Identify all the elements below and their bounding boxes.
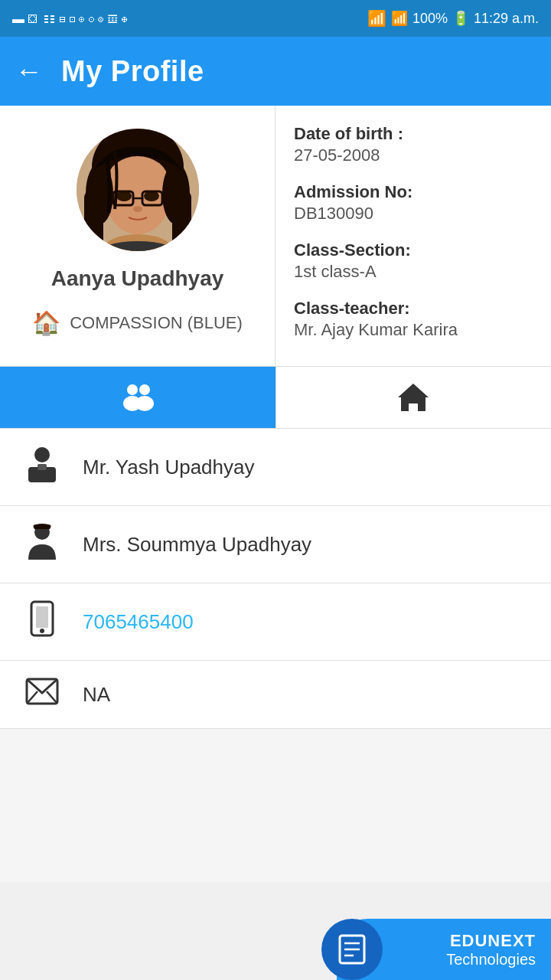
svg-rect-6	[84, 190, 103, 251]
profile-left: Aanya Upadhyay 🏠 COMPASSION (BLUE)	[0, 106, 276, 366]
email-value: NA	[83, 683, 110, 707]
tab-family[interactable]	[0, 367, 276, 428]
admission-section: Admission No: DB130090	[294, 182, 533, 231]
house-icon: 🏠	[32, 309, 60, 336]
svg-line-30	[27, 691, 37, 704]
svg-point-28	[40, 629, 44, 633]
profile-right: Date of birth : 27-05-2008 Admission No:…	[276, 106, 551, 366]
admission-value: DB130090	[294, 204, 533, 224]
contact-list: Mr. Yash Upadhyay Mrs. Soummya Upadhyay …	[0, 429, 551, 729]
status-icons-right: 📶 📶 100% 🔋 11:29 a.m.	[367, 9, 539, 28]
svg-rect-27	[36, 606, 48, 628]
house-label: COMPASSION (BLUE)	[70, 313, 243, 333]
list-item-email: NA	[0, 661, 551, 729]
status-icons-left: ▬ ⛋ ☷ ⊟ ⊡ ⊛ ⊙ ⊗ 𝌞 ⊕	[12, 11, 127, 26]
father-icon	[23, 446, 61, 488]
mother-icon	[23, 523, 61, 566]
phone-icon	[23, 600, 61, 643]
father-name: Mr. Yash Upadhyay	[83, 456, 255, 479]
status-bar: ▬ ⛋ ☷ ⊟ ⊡ ⊛ ⊙ ⊗ 𝌞 ⊕ 📶 📶 100% 🔋 11:29 a.m…	[0, 0, 551, 37]
tabs	[0, 367, 551, 429]
brand-icon	[321, 919, 383, 980]
battery-icon: 🔋	[452, 10, 469, 27]
student-name: Aanya Upadhyay	[51, 266, 224, 291]
time-label: 11:29 a.m.	[474, 11, 539, 27]
list-item-phone: 7065465400	[0, 583, 551, 661]
svg-point-21	[135, 396, 154, 411]
empty-space	[0, 729, 551, 882]
svg-point-20	[139, 384, 150, 395]
list-item-father: Mr. Yash Upadhyay	[0, 429, 551, 506]
svg-line-31	[47, 691, 57, 704]
dob-label: Date of birth :	[294, 124, 533, 144]
back-button[interactable]: ←	[15, 55, 43, 87]
mother-name: Mrs. Soummya Upadhyay	[83, 533, 311, 557]
class-label: Class-Section:	[294, 240, 533, 260]
class-section: Class-Section: 1st class-A	[294, 240, 533, 289]
svg-point-15	[133, 206, 142, 212]
phone-number: 7065465400	[83, 610, 194, 634]
list-item-mother: Mrs. Soummya Upadhyay	[0, 506, 551, 583]
teacher-label: Class-teacher:	[294, 299, 533, 318]
svg-point-18	[127, 384, 138, 395]
brand-top: EDUNEXT	[450, 931, 536, 951]
dob-section: Date of birth : 27-05-2008	[294, 124, 533, 173]
teacher-value: Mr. Ajay Kumar Karira	[294, 320, 533, 340]
class-value: 1st class-A	[294, 262, 533, 282]
brand-banner: EDUNEXT Technologies	[337, 919, 551, 980]
svg-point-23	[34, 447, 50, 462]
header: ← My Profile	[0, 37, 551, 106]
tab-home[interactable]	[276, 367, 552, 428]
brand-text: EDUNEXT Technologies	[446, 931, 536, 969]
dob-value: 27-05-2008	[294, 145, 533, 165]
brand-bottom: Technologies	[446, 951, 536, 969]
teacher-section: Class-teacher: Mr. Ajay Kumar Karira	[294, 299, 533, 348]
admission-label: Admission No:	[294, 182, 533, 202]
battery-label: 100%	[412, 11, 448, 27]
profile-section: Aanya Upadhyay 🏠 COMPASSION (BLUE) Date …	[0, 106, 551, 367]
signal-icon: 📶	[391, 10, 408, 27]
house-row: 🏠 COMPASSION (BLUE)	[32, 309, 243, 336]
avatar	[77, 129, 199, 251]
svg-marker-22	[398, 384, 429, 411]
email-icon	[23, 678, 61, 711]
svg-rect-25	[37, 464, 47, 470]
svg-rect-7	[172, 190, 191, 251]
page-title: My Profile	[61, 55, 204, 88]
wifi-icon: 📶	[367, 9, 386, 28]
